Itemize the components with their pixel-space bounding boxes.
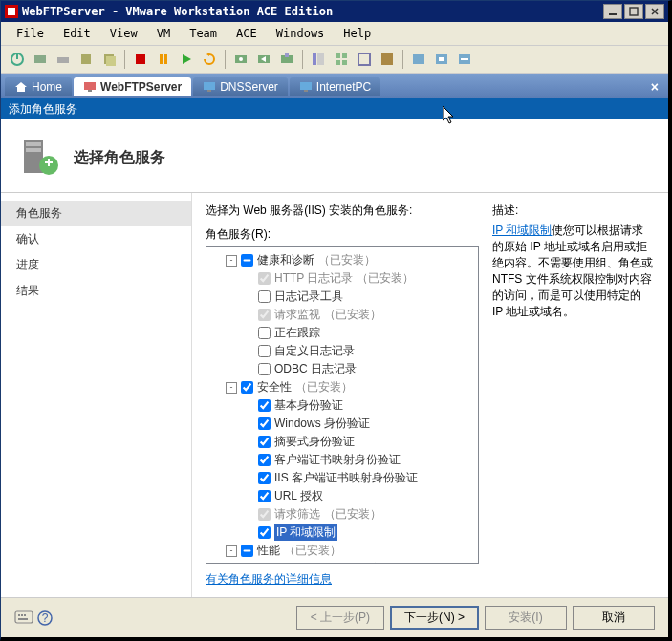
tree-node[interactable]: 基本身份验证 (208, 396, 476, 415)
menu-help[interactable]: Help (336, 25, 379, 42)
prev-button[interactable]: < 上一步(P) (296, 606, 384, 630)
fullscreen-icon[interactable] (354, 49, 375, 70)
tree-node[interactable]: 自定义日志记录 (208, 342, 476, 360)
tree-node[interactable]: 请求监视（已安装） (208, 306, 476, 324)
connect-icon[interactable] (30, 49, 51, 70)
tab3-icon[interactable] (454, 49, 475, 70)
tree-node[interactable]: 日志记录工具 (208, 288, 476, 306)
tree-status: （已安装） (324, 307, 381, 323)
install-button[interactable]: 安装(I) (485, 606, 567, 630)
tree-checkbox[interactable] (241, 545, 253, 557)
power-on-icon[interactable] (7, 49, 28, 70)
tree-node[interactable]: 静态内容压缩（已安装） (208, 560, 476, 564)
tree-checkbox[interactable] (258, 309, 271, 321)
collapse-icon[interactable]: - (226, 382, 237, 394)
collapse-icon[interactable]: - (226, 255, 237, 267)
tree-checkbox[interactable] (241, 381, 253, 394)
tab-home[interactable]: Home (5, 77, 72, 96)
help-icon[interactable]: ? (37, 610, 53, 626)
snapshot2-icon[interactable] (98, 49, 119, 70)
keyboard-icon[interactable] (14, 610, 33, 626)
tree-checkbox[interactable] (241, 254, 253, 267)
tree-node[interactable]: Windows 身份验证 (208, 415, 476, 433)
disk-icon[interactable] (53, 49, 74, 70)
tree-node[interactable]: 请求筛选（已安装） (208, 505, 476, 523)
tree-node[interactable]: 正在跟踪 (208, 324, 476, 342)
nav-role-services[interactable]: 角色服务 (1, 201, 191, 226)
menu-edit[interactable]: Edit (55, 25, 98, 42)
menu-windows[interactable]: Windows (269, 25, 333, 42)
description-link[interactable]: IP 和域限制 (492, 224, 552, 237)
unity-icon[interactable] (377, 49, 398, 70)
tab-internetpc[interactable]: InternetPC (290, 77, 380, 96)
tree-label: IIS 客户端证书映射身份验证 (274, 470, 418, 486)
tree-node[interactable]: HTTP 日志记录（已安装） (208, 269, 476, 288)
snapshot-take-icon[interactable] (230, 49, 251, 70)
tree-checkbox[interactable] (258, 417, 271, 430)
revert-icon[interactable] (253, 49, 274, 70)
menu-view[interactable]: View (102, 25, 145, 42)
reset-icon[interactable] (199, 49, 220, 70)
tree-checkbox[interactable] (258, 508, 271, 521)
tab-dnsserver[interactable]: DNSServer (193, 77, 288, 96)
tree-node[interactable]: -健康和诊断（已安装） (208, 251, 476, 269)
vm-tabs: Home WebFTPServer DNSServer InternetPC × (1, 74, 668, 98)
menu-ace[interactable]: ACE (228, 25, 265, 42)
nav-confirm[interactable]: 确认 (1, 226, 191, 252)
tree-checkbox[interactable] (258, 272, 271, 285)
svg-rect-10 (106, 56, 116, 66)
tree-checkbox[interactable] (258, 526, 271, 539)
more-info-link[interactable]: 有关角色服务的详细信息 (206, 571, 479, 588)
tree-checkbox[interactable] (258, 345, 271, 357)
play-icon[interactable] (176, 49, 197, 70)
snapshot-manager-icon[interactable] (276, 49, 297, 70)
snapshot-icon[interactable] (76, 49, 97, 70)
minimize-button[interactable] (603, 4, 622, 19)
menu-vm[interactable]: VM (149, 25, 178, 42)
tree-node[interactable]: 摘要式身份验证 (208, 433, 476, 451)
tree-node[interactable]: -安全性（已安装） (208, 378, 476, 396)
tree-checkbox[interactable] (258, 490, 271, 502)
menu-team[interactable]: Team (182, 25, 225, 42)
svg-rect-5 (16, 53, 18, 59)
nav-progress[interactable]: 进度 (1, 252, 191, 278)
nav-results[interactable]: 结果 (1, 278, 191, 304)
tree-checkbox[interactable] (258, 363, 271, 375)
tree-node[interactable]: -性能（已安装） (208, 542, 476, 560)
svg-rect-39 (26, 148, 41, 152)
tree-label: 日志记录工具 (274, 288, 343, 305)
close-button[interactable] (645, 4, 664, 19)
cancel-button[interactable]: 取消 (573, 606, 655, 630)
tree-label: 自定义日志记录 (274, 343, 355, 359)
tab1-icon[interactable] (408, 49, 429, 70)
collapse-icon[interactable]: - (226, 545, 237, 557)
tree-label: 安全性 (257, 379, 292, 395)
tree-node[interactable]: URL 授权 (208, 487, 476, 505)
tree-checkbox[interactable] (258, 454, 271, 466)
next-button[interactable]: 下一步(N) > (390, 606, 479, 630)
maximize-button[interactable] (624, 4, 643, 19)
tree-label: 正在跟踪 (274, 325, 320, 341)
pause-icon[interactable] (153, 49, 174, 70)
tree-checkbox[interactable] (258, 399, 271, 412)
tree-checkbox[interactable] (258, 327, 271, 339)
svg-rect-45 (21, 614, 23, 616)
tree-checkbox[interactable] (258, 436, 271, 448)
sidebar-icon[interactable] (308, 49, 329, 70)
tree-checkbox[interactable] (258, 472, 271, 484)
tree-node[interactable]: IP 和域限制 (208, 523, 476, 542)
tab2-icon[interactable] (431, 49, 452, 70)
tree-node[interactable]: 客户端证书映射身份验证 (208, 451, 476, 469)
menu-file[interactable]: File (9, 25, 52, 42)
tree-node[interactable]: ODBC 日志记录 (208, 360, 476, 378)
tab-webftpserver[interactable]: WebFTPServer (74, 77, 191, 96)
tree-checkbox[interactable] (258, 290, 271, 303)
role-services-tree[interactable]: -健康和诊断（已安装）HTTP 日志记录（已安装）日志记录工具请求监视（已安装）… (206, 246, 479, 564)
tree-label: 客户端证书映射身份验证 (274, 452, 401, 468)
quick-switch-icon[interactable] (331, 49, 352, 70)
svg-rect-13 (164, 54, 167, 64)
tree-checkbox[interactable] (258, 563, 271, 564)
tree-node[interactable]: IIS 客户端证书映射身份验证 (208, 469, 476, 487)
stop-icon[interactable] (130, 49, 151, 70)
tab-close-icon[interactable]: × (645, 79, 664, 95)
